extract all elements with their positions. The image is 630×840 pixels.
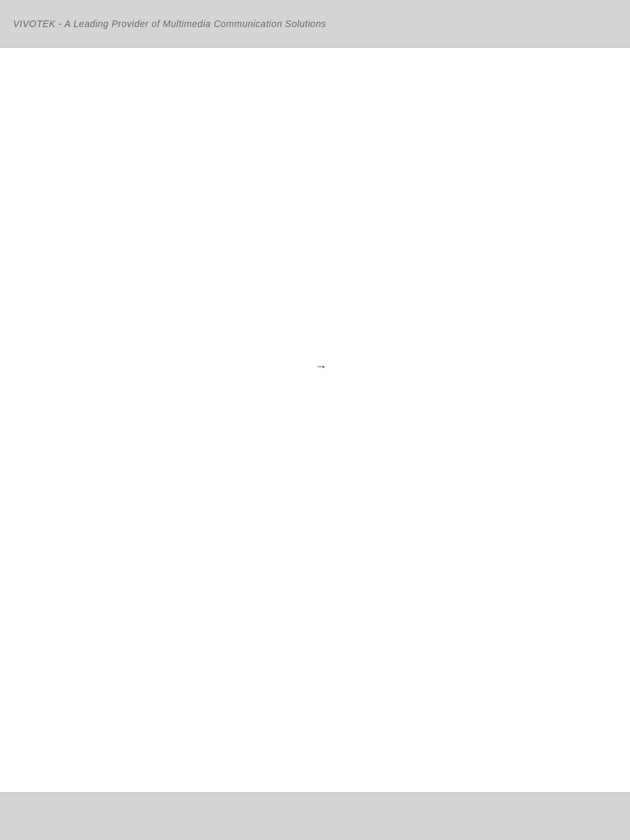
- arrow-symbol: →: [315, 360, 327, 374]
- main-content: [0, 48, 630, 794]
- bottom-footer: [0, 792, 630, 840]
- header-title: VIVOTEK - A Leading Provider of Multimed…: [13, 18, 326, 29]
- top-header: VIVOTEK - A Leading Provider of Multimed…: [0, 0, 630, 48]
